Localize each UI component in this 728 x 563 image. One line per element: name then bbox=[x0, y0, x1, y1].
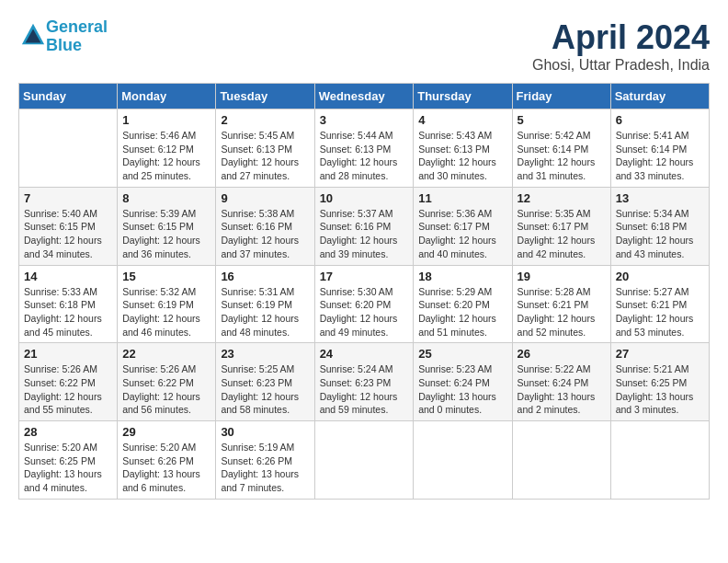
calendar-cell: 21Sunrise: 5:26 AM Sunset: 6:22 PM Dayli… bbox=[19, 343, 118, 421]
day-detail: Sunrise: 5:42 AM Sunset: 6:14 PM Dayligh… bbox=[518, 129, 606, 183]
weekday-header-row: SundayMondayTuesdayWednesdayThursdayFrid… bbox=[19, 84, 710, 109]
calendar-cell bbox=[314, 421, 414, 500]
logo-line1: General bbox=[46, 17, 108, 36]
calendar-cell: 7Sunrise: 5:40 AM Sunset: 6:15 PM Daylig… bbox=[19, 187, 118, 265]
day-number: 27 bbox=[616, 347, 704, 361]
day-detail: Sunrise: 5:41 AM Sunset: 6:14 PM Dayligh… bbox=[616, 129, 704, 183]
day-number: 3 bbox=[320, 113, 409, 127]
calendar-cell bbox=[19, 109, 118, 188]
day-detail: Sunrise: 5:44 AM Sunset: 6:13 PM Dayligh… bbox=[320, 129, 409, 183]
day-number: 4 bbox=[418, 113, 506, 127]
weekday-header-sunday: Sunday bbox=[19, 84, 118, 109]
day-number: 1 bbox=[122, 113, 210, 127]
page-header: General Blue April 2024 Ghosi, Uttar Pra… bbox=[18, 18, 710, 74]
day-detail: Sunrise: 5:20 AM Sunset: 6:25 PM Dayligh… bbox=[24, 441, 112, 495]
calendar-cell: 28Sunrise: 5:20 AM Sunset: 6:25 PM Dayli… bbox=[19, 421, 118, 500]
day-number: 11 bbox=[418, 191, 506, 205]
day-detail: Sunrise: 5:23 AM Sunset: 6:24 PM Dayligh… bbox=[418, 362, 506, 417]
day-detail: Sunrise: 5:30 AM Sunset: 6:20 PM Dayligh… bbox=[320, 285, 409, 339]
month-title: April 2024 bbox=[532, 18, 710, 57]
calendar-cell bbox=[414, 421, 512, 500]
day-detail: Sunrise: 5:26 AM Sunset: 6:22 PM Dayligh… bbox=[24, 362, 112, 417]
calendar-cell: 13Sunrise: 5:34 AM Sunset: 6:18 PM Dayli… bbox=[610, 187, 709, 265]
calendar-header: SundayMondayTuesdayWednesdayThursdayFrid… bbox=[19, 84, 710, 109]
calendar-cell: 14Sunrise: 5:33 AM Sunset: 6:18 PM Dayli… bbox=[19, 265, 118, 343]
weekday-header-friday: Friday bbox=[512, 84, 610, 109]
day-detail: Sunrise: 5:45 AM Sunset: 6:13 PM Dayligh… bbox=[221, 129, 309, 183]
calendar-cell: 23Sunrise: 5:25 AM Sunset: 6:23 PM Dayli… bbox=[216, 343, 314, 421]
weekday-header-wednesday: Wednesday bbox=[314, 84, 414, 109]
day-number: 10 bbox=[320, 191, 409, 205]
calendar-cell: 9Sunrise: 5:38 AM Sunset: 6:16 PM Daylig… bbox=[216, 187, 314, 265]
calendar-cell: 22Sunrise: 5:26 AM Sunset: 6:22 PM Dayli… bbox=[118, 343, 216, 421]
day-number: 29 bbox=[122, 425, 210, 439]
day-number: 25 bbox=[418, 347, 506, 361]
day-number: 7 bbox=[24, 191, 112, 205]
calendar-cell: 2Sunrise: 5:45 AM Sunset: 6:13 PM Daylig… bbox=[216, 109, 314, 188]
location: Ghosi, Uttar Pradesh, India bbox=[532, 57, 710, 74]
day-number: 9 bbox=[221, 191, 309, 205]
calendar-cell bbox=[512, 421, 610, 500]
day-detail: Sunrise: 5:25 AM Sunset: 6:23 PM Dayligh… bbox=[221, 362, 309, 417]
day-detail: Sunrise: 5:22 AM Sunset: 6:24 PM Dayligh… bbox=[518, 362, 606, 417]
calendar-cell: 4Sunrise: 5:43 AM Sunset: 6:13 PM Daylig… bbox=[414, 109, 512, 188]
calendar-cell: 17Sunrise: 5:30 AM Sunset: 6:20 PM Dayli… bbox=[314, 265, 414, 343]
day-detail: Sunrise: 5:40 AM Sunset: 6:15 PM Dayligh… bbox=[24, 207, 112, 261]
calendar-cell: 20Sunrise: 5:27 AM Sunset: 6:21 PM Dayli… bbox=[610, 265, 709, 343]
day-detail: Sunrise: 5:19 AM Sunset: 6:26 PM Dayligh… bbox=[221, 441, 309, 495]
day-detail: Sunrise: 5:43 AM Sunset: 6:13 PM Dayligh… bbox=[418, 129, 506, 183]
calendar-week-2: 7Sunrise: 5:40 AM Sunset: 6:15 PM Daylig… bbox=[19, 187, 710, 265]
day-detail: Sunrise: 5:31 AM Sunset: 6:19 PM Dayligh… bbox=[221, 285, 309, 339]
day-number: 24 bbox=[320, 347, 409, 361]
calendar-cell: 30Sunrise: 5:19 AM Sunset: 6:26 PM Dayli… bbox=[216, 421, 314, 500]
logo-line2: Blue bbox=[46, 36, 82, 54]
day-detail: Sunrise: 5:38 AM Sunset: 6:16 PM Dayligh… bbox=[221, 207, 309, 261]
calendar-cell: 3Sunrise: 5:44 AM Sunset: 6:13 PM Daylig… bbox=[314, 109, 414, 188]
calendar-cell: 5Sunrise: 5:42 AM Sunset: 6:14 PM Daylig… bbox=[512, 109, 610, 188]
calendar-body: 1Sunrise: 5:46 AM Sunset: 6:12 PM Daylig… bbox=[19, 109, 710, 500]
day-number: 28 bbox=[24, 425, 112, 439]
day-number: 26 bbox=[518, 347, 606, 361]
weekday-header-tuesday: Tuesday bbox=[216, 84, 314, 109]
day-detail: Sunrise: 5:33 AM Sunset: 6:18 PM Dayligh… bbox=[24, 285, 112, 339]
calendar-week-1: 1Sunrise: 5:46 AM Sunset: 6:12 PM Daylig… bbox=[19, 109, 710, 188]
title-block: April 2024 Ghosi, Uttar Pradesh, India bbox=[532, 18, 710, 74]
day-number: 21 bbox=[24, 347, 112, 361]
calendar-cell: 16Sunrise: 5:31 AM Sunset: 6:19 PM Dayli… bbox=[216, 265, 314, 343]
day-detail: Sunrise: 5:32 AM Sunset: 6:19 PM Dayligh… bbox=[122, 285, 210, 339]
calendar-week-5: 28Sunrise: 5:20 AM Sunset: 6:25 PM Dayli… bbox=[19, 421, 710, 500]
calendar-week-3: 14Sunrise: 5:33 AM Sunset: 6:18 PM Dayli… bbox=[19, 265, 710, 343]
calendar-cell: 25Sunrise: 5:23 AM Sunset: 6:24 PM Dayli… bbox=[414, 343, 512, 421]
calendar-cell: 1Sunrise: 5:46 AM Sunset: 6:12 PM Daylig… bbox=[118, 109, 216, 188]
day-detail: Sunrise: 5:28 AM Sunset: 6:21 PM Dayligh… bbox=[518, 285, 606, 339]
calendar-cell: 8Sunrise: 5:39 AM Sunset: 6:15 PM Daylig… bbox=[118, 187, 216, 265]
day-number: 16 bbox=[221, 270, 309, 283]
calendar-cell: 19Sunrise: 5:28 AM Sunset: 6:21 PM Dayli… bbox=[512, 265, 610, 343]
day-number: 8 bbox=[122, 191, 210, 205]
day-detail: Sunrise: 5:39 AM Sunset: 6:15 PM Dayligh… bbox=[122, 207, 210, 261]
calendar-cell: 6Sunrise: 5:41 AM Sunset: 6:14 PM Daylig… bbox=[610, 109, 709, 188]
calendar-cell: 10Sunrise: 5:37 AM Sunset: 6:16 PM Dayli… bbox=[314, 187, 414, 265]
logo: General Blue bbox=[18, 18, 108, 55]
day-number: 6 bbox=[616, 113, 704, 127]
day-number: 15 bbox=[122, 270, 210, 283]
day-detail: Sunrise: 5:24 AM Sunset: 6:23 PM Dayligh… bbox=[320, 362, 409, 417]
day-detail: Sunrise: 5:36 AM Sunset: 6:17 PM Dayligh… bbox=[418, 207, 506, 261]
logo-icon bbox=[20, 22, 46, 48]
weekday-header-monday: Monday bbox=[118, 84, 216, 109]
day-number: 12 bbox=[518, 191, 606, 205]
day-detail: Sunrise: 5:27 AM Sunset: 6:21 PM Dayligh… bbox=[616, 285, 704, 339]
day-number: 13 bbox=[616, 191, 704, 205]
day-number: 5 bbox=[518, 113, 606, 127]
calendar-cell: 18Sunrise: 5:29 AM Sunset: 6:20 PM Dayli… bbox=[414, 265, 512, 343]
day-number: 30 bbox=[221, 425, 309, 439]
day-detail: Sunrise: 5:20 AM Sunset: 6:26 PM Dayligh… bbox=[122, 441, 210, 495]
day-number: 20 bbox=[616, 270, 704, 283]
day-detail: Sunrise: 5:35 AM Sunset: 6:17 PM Dayligh… bbox=[518, 207, 606, 261]
day-number: 17 bbox=[320, 270, 409, 283]
calendar-cell: 12Sunrise: 5:35 AM Sunset: 6:17 PM Dayli… bbox=[512, 187, 610, 265]
day-number: 2 bbox=[221, 113, 309, 127]
day-detail: Sunrise: 5:21 AM Sunset: 6:25 PM Dayligh… bbox=[616, 362, 704, 417]
calendar-cell bbox=[610, 421, 709, 500]
day-number: 19 bbox=[518, 270, 606, 283]
